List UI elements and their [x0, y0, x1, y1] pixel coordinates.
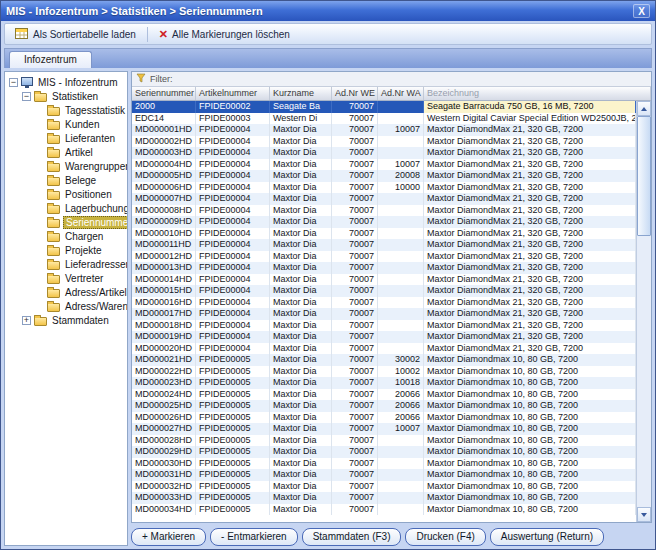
cell-ad-nr-we: 70007: [332, 251, 378, 263]
cell-kurzname: Maxtor Dia: [270, 435, 332, 447]
table-row[interactable]: MD000026HDFPIDE00005Maxtor Dia7000720066…: [132, 412, 636, 424]
load-sort-table-button[interactable]: Als Sortiertabelle laden: [9, 24, 142, 45]
table-row[interactable]: MD000022HDFPIDE00005Maxtor Dia7000710002…: [132, 366, 636, 378]
table-row[interactable]: MD000012HDFPIDE00004Maxtor Dia70007Maxto…: [132, 251, 636, 263]
scroll-up-button[interactable]: [637, 101, 651, 116]
cell-kurzname: Maxtor Dia: [270, 343, 332, 355]
cell-kurzname: Maxtor Dia: [270, 228, 332, 240]
cell-ad-nr-we: 70007: [332, 446, 378, 458]
column-header-seriennummer[interactable]: Seriennummer: [132, 87, 196, 100]
table-row[interactable]: MD000010HDFPIDE00004Maxtor Dia70007Maxto…: [132, 228, 636, 240]
scrollbar-track[interactable]: [637, 116, 651, 507]
table-row[interactable]: MD000019HDFPIDE00004Maxtor Dia70007Maxto…: [132, 331, 636, 343]
cell-artikelnummer: FPIDE00005: [196, 504, 270, 516]
collapse-icon[interactable]: −: [9, 78, 18, 87]
table-row[interactable]: MD000014HDFPIDE00004Maxtor Dia70007Maxto…: [132, 274, 636, 286]
table-row[interactable]: MD000009HDFPIDE00004Maxtor Dia70007Maxto…: [132, 216, 636, 228]
cell-ad-nr-we: 70007: [332, 159, 378, 171]
tree-item-statistiken[interactable]: −Statistiken: [5, 89, 127, 103]
filter-row[interactable]: Filter:: [132, 72, 651, 87]
column-header-artikelnummer[interactable]: Artikelnummer: [196, 87, 270, 100]
table-row[interactable]: MD000005HDFPIDE00004Maxtor Dia7000720008…: [132, 170, 636, 182]
table-row[interactable]: MD000033HDFPIDE00005Maxtor Dia70007Maxto…: [132, 492, 636, 504]
column-header-ad-nr-wa[interactable]: Ad.Nr WA: [378, 87, 424, 100]
table-row[interactable]: MD000027HDFPIDE00005Maxtor Dia7000710007…: [132, 423, 636, 435]
tree-item-tagesstatistik[interactable]: Tagesstatistik: [5, 103, 127, 117]
table-row[interactable]: MD000013HDFPIDE00004Maxtor Dia70007Maxto…: [132, 262, 636, 274]
column-header-kurzname[interactable]: Kurzname: [270, 87, 332, 100]
tree-item-vertreter[interactable]: Vertreter: [5, 271, 127, 285]
cell-ad-nr-we: 70007: [332, 136, 378, 148]
tree-item-adress-artikel[interactable]: Adress/Artikel: [5, 285, 127, 299]
close-button[interactable]: X: [633, 4, 650, 18]
scrollbar-thumb[interactable]: [637, 116, 651, 236]
table-row[interactable]: MD000008HDFPIDE00004Maxtor Dia70007Maxto…: [132, 205, 636, 217]
table-row[interactable]: MD000034HDFPIDE00005Maxtor Dia70007Maxto…: [132, 504, 636, 516]
tree-item-warengruppen[interactable]: Warengruppen: [5, 159, 127, 173]
cell-ad-nr-wa: [378, 492, 424, 504]
table-row[interactable]: MD000017HDFPIDE00004Maxtor Dia70007Maxto…: [132, 308, 636, 320]
column-header-bezeichnung[interactable]: Bezeichnung: [424, 87, 651, 100]
tree-item-seriennummern[interactable]: Seriennummern: [5, 215, 127, 229]
collapse-icon[interactable]: −: [22, 92, 31, 101]
folder-icon: [47, 149, 60, 158]
cell-ad-nr-we: 70007: [332, 458, 378, 470]
cell-kurzname: Maxtor Dia: [270, 274, 332, 286]
cell-ad-nr-we: 70007: [332, 113, 378, 125]
column-header-ad-nr-we[interactable]: Ad.Nr WE: [332, 87, 378, 100]
table-row[interactable]: MD000028HDFPIDE00005Maxtor Dia70007Maxto…: [132, 435, 636, 447]
table-row[interactable]: MD000016HDFPIDE00004Maxtor Dia70007Maxto…: [132, 297, 636, 309]
table-row[interactable]: MD000021HDFPIDE00005Maxtor Dia7000730002…: [132, 354, 636, 366]
tree-item-stammdaten[interactable]: +Stammdaten: [5, 313, 127, 327]
tree-item-artikel[interactable]: Artikel: [5, 145, 127, 159]
markieren-button[interactable]: + Markieren: [131, 528, 206, 546]
expand-icon[interactable]: +: [22, 316, 31, 325]
clear-marks-button[interactable]: ✕ Alle Markierungen löschen: [153, 26, 296, 43]
entmarkieren-button[interactable]: - Entmarkieren: [210, 528, 298, 546]
tree-item-kunden[interactable]: Kunden: [5, 117, 127, 131]
scroll-down-button[interactable]: [637, 507, 651, 522]
table-row[interactable]: MD000031HDFPIDE00005Maxtor Dia70007Maxto…: [132, 469, 636, 481]
drucken-f4-button[interactable]: Drucken (F4): [405, 528, 485, 546]
table-row[interactable]: MD000007HDFPIDE00004Maxtor Dia70007Maxto…: [132, 193, 636, 205]
table-row[interactable]: EDC14FPIDE00003Western Di70007Western Di…: [132, 113, 636, 125]
cell-ad-nr-we: 70007: [332, 469, 378, 481]
tree-item-lagerbuchungen[interactable]: Lagerbuchungen: [5, 201, 127, 215]
table-row[interactable]: MD000002HDFPIDE00004Maxtor Dia70007Maxto…: [132, 136, 636, 148]
table-row[interactable]: MD000001HDFPIDE00004Maxtor Dia7000710007…: [132, 124, 636, 136]
table-row[interactable]: MD000029HDFPIDE00005Maxtor Dia70007Maxto…: [132, 446, 636, 458]
tree-item-lieferanten[interactable]: Lieferanten: [5, 131, 127, 145]
arrow-down-icon: [641, 513, 647, 517]
cell-kurzname: Maxtor Dia: [270, 469, 332, 481]
tree-item-belege[interactable]: Belege: [5, 173, 127, 187]
tree-item-chargen[interactable]: Chargen: [5, 229, 127, 243]
stammdaten-f3-button[interactable]: Stammdaten (F3): [302, 528, 402, 546]
cell-artikelnummer: FPIDE00005: [196, 446, 270, 458]
vertical-scrollbar[interactable]: [636, 101, 651, 522]
table-row[interactable]: MD000030HDFPIDE00005Maxtor Dia70007Maxto…: [132, 458, 636, 470]
table-row[interactable]: MD000020HDFPIDE00004Maxtor Dia70007Maxto…: [132, 343, 636, 355]
folder-icon: [47, 205, 60, 214]
cell-ad-nr-wa: [378, 228, 424, 240]
table-row[interactable]: MD000003HDFPIDE00004Maxtor Dia70007Maxto…: [132, 147, 636, 159]
table-row[interactable]: MD000006HDFPIDE00004Maxtor Dia7000710000…: [132, 182, 636, 194]
table-row[interactable]: MD000023HDFPIDE00005Maxtor Dia7000710018…: [132, 377, 636, 389]
auswertung-return-button[interactable]: Auswertung (Return): [490, 528, 604, 546]
table-row[interactable]: MD000011HDFPIDE00004Maxtor Dia70007Maxto…: [132, 239, 636, 251]
tab-infozentrum[interactable]: Infozentrum: [9, 51, 92, 68]
tree-item-lieferadressen[interactable]: Lieferadressen: [5, 257, 127, 271]
cell-artikelnummer: FPIDE00004: [196, 216, 270, 228]
tree-item-adress-warengruppen[interactable]: Adress/Warengruppen: [5, 299, 127, 313]
tree-item-mis-infozentrum[interactable]: −MIS - Infozentrum: [5, 75, 127, 89]
table-row[interactable]: MD000024HDFPIDE00005Maxtor Dia7000720066…: [132, 389, 636, 401]
cell-seriennummer: EDC14: [132, 113, 196, 125]
tree-item-positionen[interactable]: Positionen: [5, 187, 127, 201]
folder-icon: [47, 261, 60, 270]
table-row[interactable]: MD000025HDFPIDE00005Maxtor Dia7000720066…: [132, 400, 636, 412]
table-row[interactable]: 2000FPIDE00002Seagate Ba70007Seagate Bar…: [132, 101, 636, 113]
table-row[interactable]: MD000004HDFPIDE00004Maxtor Dia7000710007…: [132, 159, 636, 171]
table-row[interactable]: MD000018HDFPIDE00004Maxtor Dia70007Maxto…: [132, 320, 636, 332]
table-row[interactable]: MD000015HDFPIDE00004Maxtor Dia70007Maxto…: [132, 285, 636, 297]
tree-item-projekte[interactable]: Projekte: [5, 243, 127, 257]
table-row[interactable]: MD000032HDFPIDE00005Maxtor Dia70007Maxto…: [132, 481, 636, 493]
